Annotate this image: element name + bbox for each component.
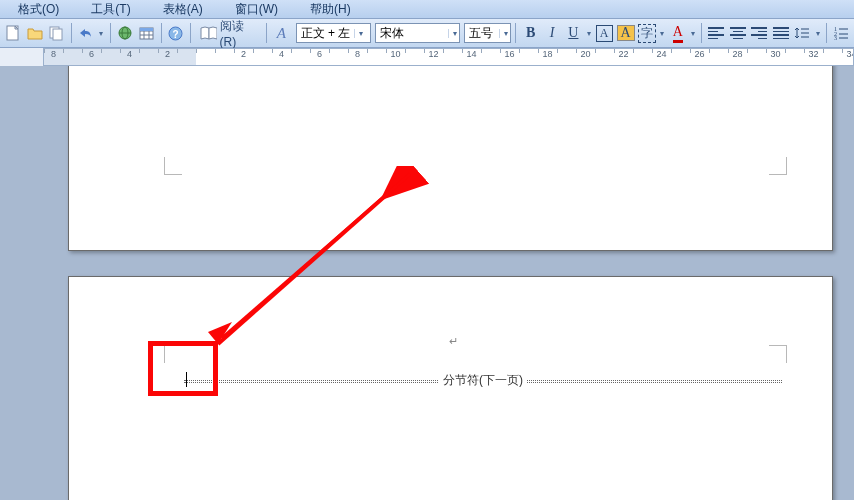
ruler-tick bbox=[196, 49, 215, 65]
page-2[interactable]: ↵ 分节符(下一页) bbox=[68, 276, 833, 500]
undo-dropdown[interactable]: ▾ bbox=[97, 29, 105, 38]
svg-text:?: ? bbox=[173, 28, 179, 39]
ruler-tick bbox=[405, 49, 424, 65]
line-spacing-button[interactable] bbox=[792, 22, 812, 44]
ruler-tick: 2 bbox=[158, 49, 177, 65]
read-mode-button[interactable]: 阅读(R) bbox=[195, 22, 262, 44]
folder-button[interactable] bbox=[25, 22, 46, 44]
char-border-button[interactable]: 字 bbox=[637, 22, 657, 44]
help-icon: ? bbox=[168, 26, 183, 41]
menu-tools[interactable]: 工具(T) bbox=[75, 0, 146, 20]
table-button[interactable] bbox=[136, 22, 157, 44]
ruler-tick: 18 bbox=[538, 49, 557, 65]
ruler-tick bbox=[177, 49, 196, 65]
ruler-tick bbox=[481, 49, 500, 65]
globe-icon bbox=[117, 26, 133, 40]
ruler-tick: 28 bbox=[728, 49, 747, 65]
ruler-tick: 4 bbox=[120, 49, 139, 65]
table-icon bbox=[139, 27, 154, 40]
ruler-tick: 10 bbox=[386, 49, 405, 65]
ruler-tick: 26 bbox=[690, 49, 709, 65]
ruler-tick: 2 bbox=[234, 49, 253, 65]
ruler-tick bbox=[101, 49, 120, 65]
ruler-tick bbox=[519, 49, 538, 65]
svg-text:3: 3 bbox=[834, 35, 837, 40]
font-size-value: 五号 bbox=[469, 25, 493, 42]
ruler-tick bbox=[785, 49, 804, 65]
ruler-tick bbox=[747, 49, 766, 65]
ruler-tick: 8 bbox=[44, 49, 63, 65]
underline-dropdown[interactable]: ▾ bbox=[585, 29, 593, 38]
align-left-icon bbox=[708, 27, 724, 39]
new-doc-button[interactable] bbox=[3, 22, 24, 44]
ruler-tick: 20 bbox=[576, 49, 595, 65]
ruler-tick bbox=[709, 49, 728, 65]
align-right-button[interactable] bbox=[749, 22, 769, 44]
read-mode-label: 阅读(R) bbox=[220, 18, 258, 49]
ruler-tick bbox=[595, 49, 614, 65]
ruler-tick bbox=[633, 49, 652, 65]
ruler-tick: 8 bbox=[348, 49, 367, 65]
undo-button[interactable] bbox=[76, 22, 97, 44]
book-open-icon bbox=[200, 26, 217, 40]
chevron-down-icon: ▾ bbox=[499, 29, 508, 38]
menu-format[interactable]: 格式(O) bbox=[2, 0, 75, 20]
numbered-list-button[interactable]: 123 bbox=[831, 22, 851, 44]
ruler-tick: 30 bbox=[766, 49, 785, 65]
align-left-button[interactable] bbox=[706, 22, 726, 44]
paragraph-style-select[interactable]: 正文 + 左 ▾ bbox=[296, 23, 371, 43]
menu-table[interactable]: 表格(A) bbox=[147, 0, 219, 20]
style-a-icon: A bbox=[277, 25, 286, 42]
undo-icon bbox=[79, 27, 93, 39]
link-button[interactable] bbox=[114, 22, 135, 44]
text-effect-button[interactable]: A bbox=[594, 22, 614, 44]
folder-icon bbox=[27, 26, 43, 40]
ruler-tick: 34 bbox=[842, 49, 854, 65]
ruler-tick bbox=[329, 49, 348, 65]
font-color-dropdown[interactable]: ▾ bbox=[689, 29, 697, 38]
formatting-toolbar: ▾ ? 阅读(R) A 正文 + 左 ▾ 宋体 ▾ 五号 ▾ B I U ▾ A… bbox=[0, 19, 854, 48]
ruler-tick bbox=[557, 49, 576, 65]
menu-help[interactable]: 帮助(H) bbox=[294, 0, 367, 20]
align-right-icon bbox=[751, 27, 767, 39]
page-1[interactable] bbox=[68, 66, 833, 251]
margin-marker-br bbox=[769, 157, 787, 175]
line-spacing-dropdown[interactable]: ▾ bbox=[813, 29, 821, 38]
bold-button[interactable]: B bbox=[520, 22, 540, 44]
section-break-indicator: 分节符(下一页) bbox=[184, 380, 782, 383]
font-family-value: 宋体 bbox=[380, 25, 404, 42]
ruler-tick: 4 bbox=[272, 49, 291, 65]
highlight-button[interactable]: A bbox=[615, 22, 635, 44]
margin-marker-tr bbox=[769, 345, 787, 363]
ruler-tick: 6 bbox=[82, 49, 101, 65]
align-center-icon bbox=[730, 27, 746, 39]
underline-button[interactable]: U bbox=[563, 22, 583, 44]
ruler-tick: 24 bbox=[652, 49, 671, 65]
paragraph-mark-icon: ↵ bbox=[449, 335, 458, 348]
font-size-select[interactable]: 五号 ▾ bbox=[464, 23, 511, 43]
ruler-tick: 12 bbox=[424, 49, 443, 65]
ruler-tick bbox=[443, 49, 462, 65]
ruler-tick bbox=[367, 49, 386, 65]
font-family-select[interactable]: 宋体 ▾ bbox=[375, 23, 461, 43]
chevron-down-icon: ▾ bbox=[354, 29, 363, 38]
font-color-button[interactable]: A bbox=[668, 22, 688, 44]
help-button[interactable]: ? bbox=[165, 22, 186, 44]
ruler-tick bbox=[291, 49, 310, 65]
horizontal-ruler[interactable]: 8642246810121416182022242628303234363840… bbox=[43, 48, 854, 66]
align-justify-button[interactable] bbox=[771, 22, 791, 44]
ruler-tick: 32 bbox=[804, 49, 823, 65]
style-a-button[interactable]: A bbox=[271, 22, 292, 44]
copy-button[interactable] bbox=[46, 22, 67, 44]
margin-marker-tl bbox=[164, 345, 182, 363]
chevron-down-icon: ▾ bbox=[448, 29, 457, 38]
ruler-container: 8642246810121416182022242628303234363840… bbox=[0, 48, 854, 66]
copy-icon bbox=[49, 26, 64, 41]
char-dropdown[interactable]: ▾ bbox=[658, 29, 666, 38]
ruler-tick: 22 bbox=[614, 49, 633, 65]
menu-bar: 格式(O) 工具(T) 表格(A) 窗口(W) 帮助(H) bbox=[0, 0, 854, 19]
italic-button[interactable]: I bbox=[542, 22, 562, 44]
ruler-tick bbox=[139, 49, 158, 65]
align-center-button[interactable] bbox=[728, 22, 748, 44]
document-workspace[interactable]: ↵ 分节符(下一页) bbox=[0, 66, 854, 500]
